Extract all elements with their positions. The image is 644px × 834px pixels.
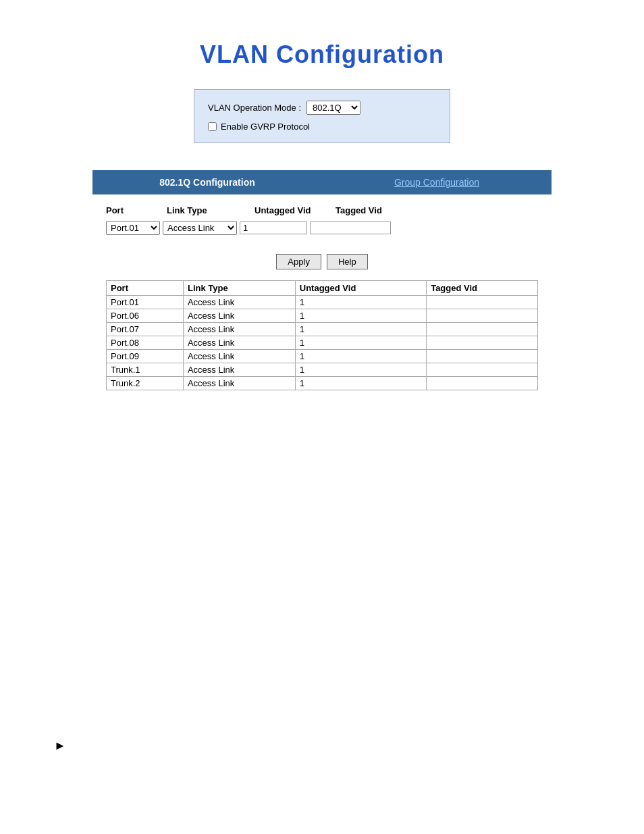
table-cell-port: Port.07 [107,323,184,336]
table-cell-linktype: Access Link [183,363,295,377]
table-row: Trunk.1Access Link1 [107,363,538,377]
table-header-tagged: Tagged Vid [427,281,538,296]
table-cell-port: Trunk.1 [107,363,184,377]
table-cell-untagged: 1 [295,296,426,309]
table-header-linktype: Link Type [183,281,295,296]
table-cell-tagged [427,336,538,350]
linktype-select[interactable]: Access Link Trunk Link Hybrid Link [163,221,237,235]
tab-bar: 802.1Q Configuration Group Configuration [92,170,552,194]
table-cell-linktype: Access Link [183,377,295,390]
table-cell-untagged: 1 [295,350,426,363]
col-port-header: Port [106,205,167,215]
tab-802q[interactable]: 802.1Q Configuration [92,170,322,194]
vlan-mode-row: VLAN Operation Mode : 802.1Q Port-based [208,101,436,115]
table-row: Port.08Access Link1 [107,336,538,350]
gvrp-row: Enable GVRP Protocol [208,122,436,132]
table-cell-linktype: Access Link [183,296,295,309]
table-cell-linktype: Access Link [183,336,295,350]
table-cell-untagged: 1 [295,323,426,336]
table-cell-tagged [427,350,538,363]
table-header-untagged: Untagged Vid [295,281,426,296]
table-row: Port.01Access Link1 [107,296,538,309]
col-linktype-header: Link Type [167,205,254,215]
table-cell-port: Port.01 [107,296,184,309]
main-section: 802.1Q Configuration Group Configuration… [92,170,552,390]
table-row: Port.09Access Link1 [107,350,538,363]
table-cell-port: Port.06 [107,309,184,323]
form-header-row: Port Link Type Untagged Vid Tagged Vid [106,205,538,215]
table-cell-linktype: Access Link [183,309,295,323]
help-button[interactable]: Help [327,254,368,269]
table-cell-tagged [427,296,538,309]
table-cell-port: Trunk.2 [107,377,184,390]
gvrp-label: Enable GVRP Protocol [221,122,310,132]
gvrp-checkbox[interactable] [208,122,217,131]
col-tagged-header: Tagged Vid [336,205,417,215]
tab-group[interactable]: Group Configuration [322,170,552,194]
table-cell-untagged: 1 [295,309,426,323]
footer-arrow: ► [54,739,66,753]
table-cell-tagged [427,309,538,323]
port-select[interactable]: Port.01 Port.02 Port.03 Port.04 Port.05 … [106,221,160,235]
table-cell-linktype: Access Link [183,323,295,336]
table-cell-untagged: 1 [295,363,426,377]
table-cell-port: Port.09 [107,350,184,363]
page-title: VLAN Configuration [200,41,444,69]
form-input-row: Port.01 Port.02 Port.03 Port.04 Port.05 … [106,221,538,235]
table-cell-port: Port.08 [107,336,184,350]
col-untagged-header: Untagged Vid [254,205,336,215]
table-row: Trunk.2Access Link1 [107,377,538,390]
button-row: Apply Help [92,254,552,269]
untagged-vid-input[interactable] [240,221,307,234]
vlan-mode-select[interactable]: 802.1Q Port-based [306,101,360,115]
table-cell-tagged [427,363,538,377]
data-table: Port Link Type Untagged Vid Tagged Vid P… [106,280,538,390]
table-cell-tagged [427,323,538,336]
table-cell-untagged: 1 [295,336,426,350]
table-header-port: Port [107,281,184,296]
table-row: Port.07Access Link1 [107,323,538,336]
table-cell-untagged: 1 [295,377,426,390]
table-cell-tagged [427,377,538,390]
vlan-mode-label: VLAN Operation Mode : [208,103,301,113]
table-cell-linktype: Access Link [183,350,295,363]
config-form: Port Link Type Untagged Vid Tagged Vid P… [92,194,552,246]
apply-button[interactable]: Apply [276,254,321,269]
top-config-box: VLAN Operation Mode : 802.1Q Port-based … [194,89,450,143]
table-row: Port.06Access Link1 [107,309,538,323]
tagged-vid-input[interactable] [310,221,391,234]
